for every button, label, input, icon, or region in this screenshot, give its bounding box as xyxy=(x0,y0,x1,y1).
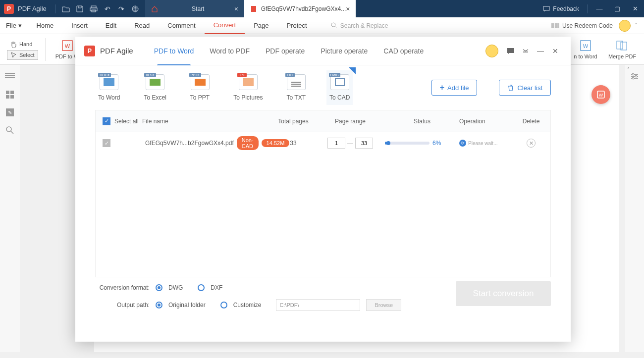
user-avatar[interactable] xyxy=(619,20,631,32)
clear-list-button[interactable]: Clear list xyxy=(499,80,551,96)
menu-insert[interactable]: Insert xyxy=(62,17,97,34)
dialog-tab-pdf-to-word[interactable]: PDF to Word xyxy=(146,37,202,65)
tool-mode: Hand Select xyxy=(7,39,38,60)
svg-rect-0 xyxy=(91,6,96,8)
delete-row-button[interactable]: ✕ xyxy=(527,139,536,148)
radio-dwg[interactable] xyxy=(156,284,162,291)
loading-icon: ⟳ xyxy=(459,140,466,147)
menu-edit[interactable]: Edit xyxy=(97,17,125,34)
note-icon[interactable]: ✎ xyxy=(6,108,14,116)
minimize-button[interactable]: — xyxy=(590,0,608,17)
left-sidebar: ✎ xyxy=(0,65,20,352)
svg-text:W: W xyxy=(599,93,603,98)
col-status: Status xyxy=(385,118,459,125)
settings-icon[interactable] xyxy=(630,72,639,81)
close-icon[interactable]: × xyxy=(346,5,350,13)
hand-tool[interactable]: Hand xyxy=(7,39,38,49)
menu-protect[interactable]: Protect xyxy=(278,17,316,34)
format-to-txt[interactable]: TXTTo TXT xyxy=(284,70,309,105)
format-to-word[interactable]: DOCXTo Word xyxy=(95,70,123,105)
menu-page[interactable]: Page xyxy=(245,17,277,34)
svg-text:W: W xyxy=(64,43,70,49)
dialog-tab-pdf-operate[interactable]: PDF operate xyxy=(258,37,313,65)
grid-icon[interactable] xyxy=(6,91,14,99)
menu-comment[interactable]: Comment xyxy=(159,17,204,34)
chat-icon[interactable] xyxy=(504,45,517,57)
home-icon xyxy=(151,5,158,12)
search-field[interactable]: Search & Replace xyxy=(331,22,388,29)
radio-customize[interactable] xyxy=(220,302,227,308)
tab-label: GfEGq5VW7hvdb2FgowGXx4... xyxy=(261,5,346,12)
dialog-tab-cad-operate[interactable]: CAD operate xyxy=(376,37,431,65)
merge-pdf-button[interactable]: Merge PDF xyxy=(607,39,637,59)
list-icon[interactable] xyxy=(5,73,15,81)
select-tool[interactable]: Select xyxy=(7,50,38,60)
undo-icon[interactable]: ↶ xyxy=(101,0,114,17)
menu-bar: File ▾ Home Insert Edit Read Comment Con… xyxy=(0,17,644,34)
close-button[interactable]: ✕ xyxy=(626,0,644,17)
maximize-button[interactable]: ▢ xyxy=(608,0,626,17)
svg-rect-1 xyxy=(90,8,97,11)
browse-button[interactable]: Browse xyxy=(366,299,401,311)
search-panel-icon[interactable] xyxy=(6,126,14,134)
row-checkbox[interactable]: ✓ xyxy=(103,139,110,147)
range-from-input[interactable] xyxy=(327,138,345,149)
right-sidebar: ˄ xyxy=(625,65,644,352)
close-icon[interactable]: ✕ xyxy=(549,45,562,57)
menu-convert[interactable]: Convert xyxy=(205,17,245,34)
total-pages: 33 xyxy=(271,140,316,147)
radio-original-folder[interactable] xyxy=(156,302,162,308)
dialog-title: PDF Agile xyxy=(100,47,133,55)
select-all-checkbox[interactable]: ✓ xyxy=(103,117,110,125)
svg-point-6 xyxy=(331,23,335,27)
format-to-excel[interactable]: XLSXTo Excel xyxy=(141,70,169,105)
save-icon[interactable] xyxy=(73,0,87,17)
redo-icon[interactable]: ↷ xyxy=(114,0,128,17)
start-conversion-button[interactable]: Start conversion xyxy=(456,281,551,306)
open-icon[interactable] xyxy=(59,0,73,17)
cursor-icon xyxy=(10,51,17,58)
chevron-up-icon[interactable]: ˄ xyxy=(635,22,638,29)
pdf-icon xyxy=(250,5,257,12)
floating-action-button[interactable]: W xyxy=(591,85,610,104)
svg-point-15 xyxy=(635,75,637,77)
convert-dialog: P PDF Agile PDF to Word Word to PDF PDF … xyxy=(75,37,571,342)
format-to-ppt[interactable]: PPTXTo PPT xyxy=(187,70,213,105)
print-icon[interactable] xyxy=(87,0,101,17)
svg-point-14 xyxy=(632,73,634,75)
user-avatar[interactable] xyxy=(485,45,498,57)
feedback-button[interactable]: Feedback xyxy=(538,5,584,12)
range-to-input[interactable] xyxy=(355,138,373,149)
file-name: GfEGq5VW7h...b2FgowGXx4.pdf xyxy=(145,140,234,147)
add-file-button[interactable]: +Add file xyxy=(431,80,478,96)
menu-home[interactable]: Home xyxy=(28,17,63,34)
dialog-tab-picture-operate[interactable]: Picture operate xyxy=(313,37,376,65)
col-file-name: File name xyxy=(142,118,271,125)
dialog-footer: Conversion format: DWG DXF Output path: … xyxy=(75,277,571,321)
minimize-icon[interactable]: — xyxy=(534,45,547,57)
globe-icon[interactable] xyxy=(128,0,142,17)
format-label: Conversion format: xyxy=(95,284,150,291)
tab-document[interactable]: GfEGq5VW7hvdb2FgowGXx4... × xyxy=(244,0,356,17)
collapse-icon[interactable] xyxy=(519,45,532,57)
chat-icon xyxy=(543,6,550,12)
app-logo-icon: P xyxy=(4,4,14,14)
chevron-up-icon[interactable]: ˄ xyxy=(627,67,630,72)
format-to-pictures[interactable]: JPGTo Pictures xyxy=(230,70,266,105)
app-logo-icon: P xyxy=(84,46,95,56)
tab-start[interactable]: Start × xyxy=(145,0,244,17)
svg-rect-4 xyxy=(251,6,256,12)
radio-dxf[interactable] xyxy=(198,284,205,291)
menu-read[interactable]: Read xyxy=(125,17,159,34)
scan-to-word-button[interactable]: Wn to Word xyxy=(571,39,600,59)
dialog-tab-word-to-pdf[interactable]: Word to PDF xyxy=(202,37,258,65)
redeem-button[interactable]: Use Redeem Code xyxy=(551,22,613,29)
app-name: PDF Agile xyxy=(18,5,47,12)
hand-icon xyxy=(10,41,17,48)
svg-text:W: W xyxy=(583,43,589,49)
close-icon[interactable]: × xyxy=(234,5,238,13)
format-to-cad[interactable]: DWGTo CAD xyxy=(326,70,353,105)
output-path-input[interactable] xyxy=(276,299,360,311)
menu-file[interactable]: File ▾ xyxy=(0,17,28,34)
barcode-icon xyxy=(551,23,559,29)
